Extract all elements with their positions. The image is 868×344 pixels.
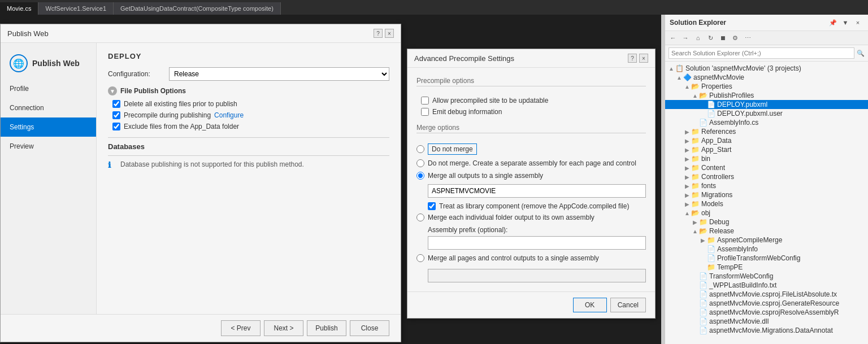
do-not-merge-separate-radio[interactable] [416,159,424,167]
treat-library-checkbox[interactable] [428,202,436,210]
aspnet-compile-merge-label: AspnetCompileMerge [717,236,782,244]
tree-properties[interactable]: ▲ 📂 Properties [665,82,868,91]
tree-mvc-dll[interactable]: 📄 aspnetMvcMovie.dll [665,317,868,326]
prev-button[interactable]: < Prev [221,320,261,336]
advanced-help-button[interactable]: ? [628,54,637,63]
checkbox-precompile: Precompile during publishing Configure [112,111,389,119]
ok-button[interactable]: OK [573,298,607,312]
se-back-button[interactable]: ← [667,32,679,43]
nav-item-preview[interactable]: Preview [1,137,96,156]
file-publish-header[interactable]: ▼ File Publish Options [108,86,389,95]
se-stop-button[interactable]: ⏹ [717,32,728,43]
merge-all-outputs-radio[interactable] [416,172,424,180]
tree-controllers[interactable]: ▶ 📁 Controllers [665,172,868,181]
tab-movie-cs[interactable]: Movie.cs [0,2,38,15]
tree-deploy-pubxml[interactable]: 📄 DEPLOY.pubxml [665,100,868,109]
databases-separator [108,155,389,156]
tree-app-start[interactable]: ▶ 📁 App_Start [665,145,868,154]
publish-main-content: DEPLOY Configuration: Release ▼ File Pub [97,43,401,314]
tree-migrations[interactable]: ▶ 📁 Migrations [665,190,868,199]
treat-as-library-row: Treat as library component (remove the A… [428,202,646,210]
tree-obj[interactable]: ▲ 📂 obj [665,208,868,217]
tree-aspnet-compile-merge[interactable]: ▶ 📁 AspnetCompileMerge [665,236,868,245]
advanced-close-button[interactable]: × [639,54,648,63]
debug-info-label: Emit debug information [432,108,502,116]
assembly-prefix-input[interactable] [428,236,646,250]
do-not-merge-radio[interactable] [416,145,424,153]
debug-label: Debug [709,218,729,226]
tree-transform-web-config[interactable]: 📄 TransformWebConfig [665,272,868,281]
merge-each-folder-radio[interactable] [416,214,424,221]
tree-filelist-absolute[interactable]: 📄 aspnetMvcMovie.csproj.FileListAbsolute… [665,290,868,299]
tree-bin[interactable]: ▶ 📁 bin [665,154,868,163]
next-button[interactable]: Next > [264,320,303,336]
tree-app-data[interactable]: ▶ 📁 App_Data [665,136,868,145]
merge-all-pages-radio[interactable] [416,254,424,262]
tab-wcfservice[interactable]: WcfService1.Service1 [38,2,114,15]
tree-assemblyinfo[interactable]: 📄 AssemblyInfo.cs [665,118,868,127]
tree-solution-node[interactable]: ▲ 📋 Solution 'aspnetMvcMovie' (3 project… [665,64,868,73]
tree-resolve-assembly[interactable]: 📄 aspnetMvcMovie.csprojResolveAssemblyR [665,308,868,317]
migrations-label: Migrations [701,191,732,199]
se-close-button[interactable]: × [852,17,863,28]
se-refresh-button[interactable]: ↻ [705,32,716,43]
publish-close-button[interactable]: × [385,29,394,38]
publish-footer: < Prev Next > Publish Close [1,314,401,342]
tree-temp-pe[interactable]: 📁 TempPE [665,263,868,272]
tree-content[interactable]: ▶ 📁 Content [665,163,868,172]
deploy-section-header: DEPLOY [108,52,389,60]
tree-publishprofiles[interactable]: ▲ 📂 PublishProfiles [665,91,868,100]
se-header-controls: 📌 ▼ × [827,17,863,28]
resolve-assembly-label: aspnetMvcMovie.csprojResolveAssemblyR [709,308,839,316]
tree-generate-resource[interactable]: 📄 aspnetMvcMovie.csproj.GenerateResource [665,299,868,308]
generate-resource-label: aspnetMvcMovie.csproj.GenerateResource [709,299,839,307]
se-more-button[interactable]: ⋯ [742,32,753,43]
fonts-label: fonts [701,182,716,190]
solution-explorer-search[interactable] [669,47,854,59]
se-home-button[interactable]: ⌂ [692,32,704,43]
tree-solution-arrow: ▲ [667,66,675,72]
precompile-checkbox[interactable] [112,111,120,119]
info-icon: ℹ [108,160,117,169]
publish-close-btn[interactable]: Close [350,320,389,336]
tree-references[interactable]: ▶ 📁 References [665,127,868,136]
exclude-appdata-checkbox[interactable] [112,123,120,130]
tree-release[interactable]: ▲ 📂 Release [665,227,868,236]
publish-help-button[interactable]: ? [374,29,383,38]
tree-fonts[interactable]: ▶ 📁 fonts [665,181,868,190]
bin-label: bin [701,155,710,163]
se-dropdown-button[interactable]: ▼ [840,17,851,28]
debug-info-checkbox[interactable] [421,108,429,116]
tree-profile-transform[interactable]: 📄 ProfileTransformWebConfig [665,254,868,263]
tree-debug[interactable]: ▶ 📁 Debug [665,217,868,227]
databases-title: Databases [108,137,389,151]
tree-assemblyinfo-release[interactable]: 📄 AssemblyInfo [665,245,868,254]
tree-deploy-pubxml-user[interactable]: 📄 DEPLOY.pubxml.user [665,109,868,118]
tab-getdata[interactable]: GetDataUsingDataContract(CompositeType c… [114,2,281,15]
tree-wpp-last-build[interactable]: 📄 _WPPLastBuildInfo.txt [665,281,868,290]
profile-transform-label: ProfileTransformWebConfig [717,254,800,262]
filelist-absolute-label: aspnetMvcMovie.csproj.FileListAbsolute.t… [709,290,837,298]
config-label: Configuration: [108,70,164,78]
mvc-dll-label: aspnetMvcMovie.dll [709,317,769,325]
publish-button[interactable]: Publish [307,320,346,336]
tree-migrations-data-annot[interactable]: 📄 aspnetMvcMovie.Migrations.DataAnnotat [665,326,868,335]
checkbox-debug-info: Emit debug information [421,108,646,116]
se-settings-button[interactable]: ⚙ [730,32,741,43]
updatable-checkbox[interactable] [421,97,429,104]
project-icon: 🔷 [683,73,692,81]
configure-link[interactable]: Configure [214,111,244,119]
tree-models[interactable]: ▶ 📁 Models [665,199,868,208]
se-pin-button[interactable]: 📌 [827,17,839,28]
top-tab-bar: Movie.cs WcfService1.Service1 GetDataUsi… [0,0,868,15]
nav-item-profile[interactable]: Profile [1,79,96,98]
config-select[interactable]: Release [169,67,389,81]
nav-item-connection[interactable]: Connection [1,98,96,117]
cancel-button[interactable]: Cancel [610,298,646,312]
tree-project-node[interactable]: ▲ 🔷 aspnetMvcMovie [665,73,868,82]
se-forward-button[interactable]: → [680,32,691,43]
assembly-name-input[interactable] [428,184,646,198]
nav-item-settings[interactable]: Settings [1,117,96,137]
merge-all-pages-input[interactable] [428,269,646,282]
delete-files-checkbox[interactable] [112,100,120,108]
